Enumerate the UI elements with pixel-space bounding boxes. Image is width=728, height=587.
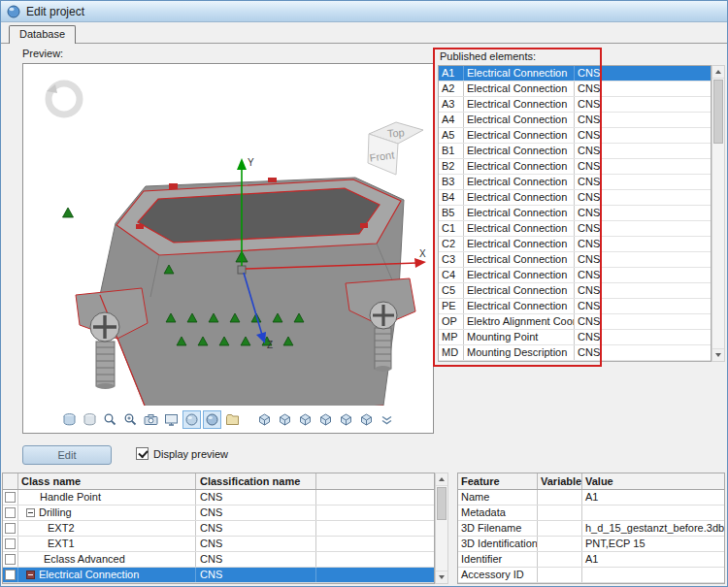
tab-strip-divider bbox=[1, 43, 727, 44]
published-row[interactable]: MPMounting PointCNS bbox=[439, 330, 711, 345]
class-row[interactable]: Electrical ConnectionCNS bbox=[3, 568, 434, 583]
feature-row[interactable]: IdentifierA1 bbox=[458, 552, 724, 568]
published-cell-code: C3 bbox=[439, 252, 464, 267]
zoom-icon[interactable] bbox=[101, 410, 119, 429]
tab-database[interactable]: Database bbox=[9, 25, 76, 44]
published-cell-name: Electrical Connection bbox=[464, 144, 575, 158]
class-row[interactable]: Eclass AdvancedCNS bbox=[3, 552, 434, 568]
value-header[interactable]: Value bbox=[582, 473, 724, 489]
title-bar[interactable]: Edit project bbox=[1, 1, 727, 22]
class-label: Handle Point bbox=[40, 491, 101, 503]
published-row[interactable]: PEElectrical ConnectionCNS bbox=[439, 299, 711, 314]
published-row[interactable]: B5Electrical ConnectionCNS bbox=[439, 206, 711, 221]
published-row[interactable]: C3Electrical ConnectionCNS bbox=[439, 252, 711, 268]
catalog-icon[interactable] bbox=[223, 410, 242, 429]
class-name-header[interactable]: Class name bbox=[18, 473, 196, 489]
published-row[interactable]: C2Electrical ConnectionCNS bbox=[439, 237, 711, 252]
rotation-compass-icon[interactable] bbox=[47, 83, 80, 114]
published-cell-code: A3 bbox=[439, 97, 464, 112]
feature-cell-value: A1 bbox=[582, 552, 724, 567]
row-checkbox[interactable] bbox=[5, 538, 16, 549]
checkbox-column-header[interactable] bbox=[3, 473, 18, 489]
class-label: Drilling bbox=[39, 506, 72, 518]
published-cell-code: A4 bbox=[439, 113, 464, 127]
published-row[interactable]: B3Electrical ConnectionCNS bbox=[439, 175, 711, 190]
feature-table-body: NameA1Metadata3D Filenameh_d_15_gestanzt… bbox=[458, 490, 724, 583]
published-row[interactable]: OPElektro Alignment CoordsysCNS bbox=[439, 314, 711, 330]
view-bottom-icon[interactable] bbox=[357, 410, 376, 429]
published-cell-type: CNS bbox=[575, 159, 602, 174]
scroll-up-icon[interactable] bbox=[712, 66, 724, 79]
scrollbar-thumb[interactable] bbox=[437, 487, 447, 520]
published-row[interactable]: C4Electrical ConnectionCNS bbox=[439, 268, 711, 283]
feature-row[interactable]: 3D Filenameh_d_15_gestanzt_before.3db bbox=[458, 521, 724, 537]
scroll-down-icon[interactable] bbox=[436, 571, 447, 583]
view-right-icon[interactable] bbox=[316, 410, 335, 429]
published-cell-code: A2 bbox=[439, 82, 464, 96]
collapse-toolbar-icon[interactable] bbox=[378, 410, 396, 429]
view-cube[interactable]: Top Front bbox=[368, 122, 423, 175]
section-mode-icon[interactable] bbox=[81, 410, 99, 429]
expand-minus-icon[interactable] bbox=[26, 508, 35, 517]
published-row[interactable]: A4Electrical ConnectionCNS bbox=[439, 113, 711, 128]
view-left-icon[interactable] bbox=[296, 410, 314, 429]
shading-mode-icon[interactable] bbox=[60, 410, 79, 429]
class-row[interactable]: Handle PointCNS bbox=[3, 490, 434, 505]
empty-header[interactable] bbox=[316, 473, 434, 489]
feature-header[interactable]: Feature bbox=[458, 473, 538, 489]
published-row[interactable]: A3Electrical ConnectionCNS bbox=[439, 97, 711, 113]
row-checkbox[interactable] bbox=[5, 523, 16, 534]
view-top-icon[interactable] bbox=[337, 410, 355, 429]
expand-minus-icon[interactable] bbox=[26, 571, 35, 579]
class-table-body: Handle PointCNSDrillingCNSEXT2CNSEXT1CNS… bbox=[3, 490, 434, 583]
zoom-window-icon[interactable] bbox=[121, 410, 140, 429]
published-row[interactable]: B2Electrical ConnectionCNS bbox=[439, 159, 711, 175]
feature-row[interactable]: Metadata bbox=[458, 505, 724, 521]
published-cell-code: OP bbox=[439, 314, 464, 329]
view-cube-top-label[interactable]: Top bbox=[386, 126, 405, 139]
published-scrollbar[interactable] bbox=[711, 65, 725, 362]
published-row[interactable]: A1Electrical ConnectionCNS bbox=[439, 66, 711, 82]
feature-row[interactable]: Accessory ID bbox=[458, 568, 724, 583]
display-preview-checkbox[interactable] bbox=[136, 447, 149, 460]
published-row[interactable]: A5Electrical ConnectionCNS bbox=[439, 128, 711, 144]
classification-cell: CNS bbox=[196, 521, 316, 536]
view-front-icon[interactable] bbox=[255, 410, 274, 429]
scrollbar-thumb[interactable] bbox=[713, 80, 723, 144]
published-cell-name: Electrical Connection bbox=[464, 268, 575, 282]
class-row[interactable]: EXT2CNS bbox=[3, 521, 434, 537]
snapshot-icon[interactable] bbox=[142, 410, 160, 429]
3d-viewport[interactable]: Top Front bbox=[23, 64, 433, 406]
published-cell-type: CNS bbox=[575, 82, 602, 96]
edit-button[interactable]: Edit bbox=[22, 445, 112, 465]
feature-row[interactable]: NameA1 bbox=[458, 490, 724, 505]
feature-cell-value bbox=[582, 505, 724, 520]
material-render-icon[interactable] bbox=[203, 410, 221, 429]
variable-header[interactable]: Variable bbox=[538, 473, 582, 489]
z-axis-label: Z bbox=[267, 340, 273, 350]
classification-name-header[interactable]: Classification name bbox=[196, 473, 316, 489]
class-row[interactable]: EXT1CNS bbox=[3, 537, 434, 552]
published-row[interactable]: A2Electrical ConnectionCNS bbox=[439, 82, 711, 97]
shaded-render-icon[interactable] bbox=[182, 410, 201, 429]
class-row[interactable]: DrillingCNS bbox=[3, 505, 434, 521]
row-checkbox[interactable] bbox=[5, 554, 16, 565]
published-row[interactable]: C5Electrical ConnectionCNS bbox=[439, 283, 711, 299]
published-cell-name: Mounting Description bbox=[464, 345, 575, 360]
published-row[interactable]: B1Electrical ConnectionCNS bbox=[439, 144, 711, 159]
row-checkbox[interactable] bbox=[5, 507, 16, 518]
published-row[interactable]: C1Electrical ConnectionCNS bbox=[439, 221, 711, 237]
row-checkbox[interactable] bbox=[5, 570, 16, 580]
class-table-scrollbar[interactable] bbox=[435, 473, 448, 584]
scroll-up-icon[interactable] bbox=[436, 473, 447, 486]
scroll-down-icon[interactable] bbox=[712, 348, 724, 361]
fit-screen-icon[interactable] bbox=[162, 410, 181, 429]
published-row[interactable]: MDMounting DescriptionCNS bbox=[439, 345, 711, 361]
published-row[interactable]: B4Electrical ConnectionCNS bbox=[439, 190, 711, 206]
feature-row[interactable]: 3D IdentificationPNT,ECP 15 bbox=[458, 537, 724, 552]
feature-cell-name: 3D Identification bbox=[458, 537, 538, 551]
preview-toolbar bbox=[23, 408, 433, 431]
view-back-icon[interactable] bbox=[276, 410, 294, 429]
published-cell-type: CNS bbox=[575, 206, 602, 220]
row-checkbox[interactable] bbox=[5, 492, 16, 503]
